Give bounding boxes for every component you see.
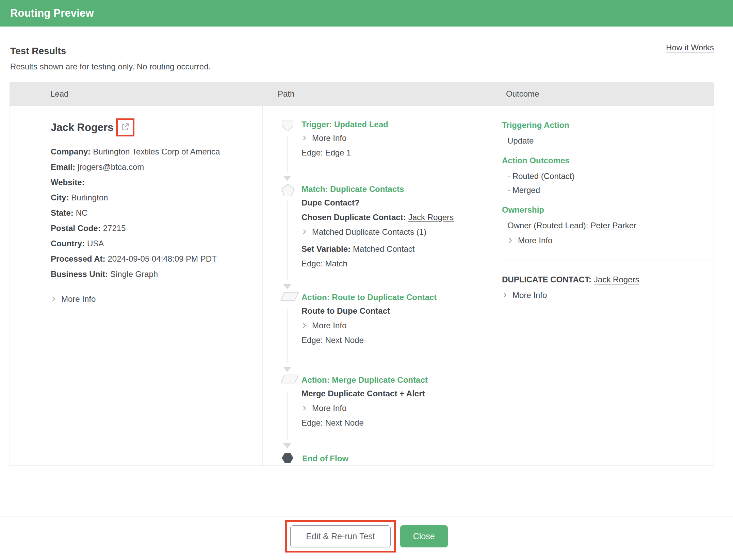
lead-field-postal-code: Postal Code:27215	[51, 224, 249, 233]
action-node-subtitle: Merge Duplicate Contact + Alert	[302, 389, 478, 398]
duplicate-contact-row: DUPLICATE CONTACT:Jack Rogers	[502, 275, 712, 284]
action-route-edge-label: Edge: Next Node	[302, 335, 478, 345]
triggering-action-section: Triggering Action Update	[502, 120, 712, 146]
set-variable-row: Set Variable:Matched Contact	[302, 244, 478, 254]
path-node-match: Match: Duplicate Contacts Dupe Contact? …	[280, 184, 478, 293]
chosen-duplicate-contact-link[interactable]: Jack Rogers	[408, 213, 454, 222]
action-node-icon	[280, 291, 299, 303]
lead-more-info-label: More Info	[61, 294, 96, 304]
chosen-duplicate-contact-row: Chosen Duplicate Contact:Jack Rogers	[302, 213, 478, 222]
footer: Edit & Re-run Test Close	[0, 516, 733, 553]
path-node-title: Match: Duplicate Contacts	[302, 184, 478, 194]
end-of-flow-label: End of Flow	[302, 454, 348, 463]
chevron-right-icon	[507, 236, 518, 245]
results-table: Lead Path Outcome Jack Rogers	[10, 82, 714, 466]
section-title: Action Outcomes	[502, 156, 712, 165]
chevron-right-icon	[51, 294, 61, 304]
section-title: Ownership	[502, 205, 712, 215]
column-header-lead: Lead	[10, 89, 262, 99]
path-node-title: Action: Route to Duplicate Contact	[302, 293, 478, 302]
trigger-node-icon	[280, 118, 295, 134]
action-route-more-info-expander[interactable]: More Info	[302, 321, 478, 330]
action-outcomes-section: Action Outcomes - Routed (Contact) - Mer…	[502, 156, 712, 195]
connector-arrow-icon	[283, 284, 291, 289]
edit-rerun-test-button[interactable]: Edit & Re-run Test	[290, 525, 390, 547]
connector-arrow-icon	[283, 176, 291, 181]
action-node-icon	[280, 374, 299, 385]
page-title: Routing Preview	[10, 7, 94, 19]
lead-column: Jack Rogers Company:Burlington	[10, 106, 262, 465]
action-node-subtitle: Route to Dupe Contact	[302, 306, 478, 316]
lead-more-info-expander[interactable]: More Info	[51, 294, 249, 304]
connector-arrow-icon	[283, 443, 291, 448]
triggering-action-value: Update	[502, 136, 712, 146]
trigger-edge-label: Edge: Edge 1	[302, 148, 478, 158]
connector-arrow-icon	[283, 367, 291, 372]
lead-field-website: Website:	[51, 178, 249, 187]
lead-field-business-unit: Business Unit:Single Graph	[51, 270, 249, 279]
action-outcome-item: - Merged	[502, 185, 712, 195]
test-results-subtitle: Results shown are for testing only. No r…	[10, 62, 714, 71]
how-it-works-link[interactable]: How it Works	[666, 43, 714, 52]
annotation-box-edit-button: Edit & Re-run Test	[285, 520, 395, 553]
lead-field-country: Country:USA	[51, 239, 249, 248]
path-node-trigger: Trigger: Updated Lead More Info Edge: Ed…	[280, 120, 478, 184]
chevron-right-icon	[302, 321, 312, 330]
lead-fields: Company:Burlington Textiles Corp of Amer…	[51, 147, 249, 279]
external-link-icon	[121, 122, 130, 132]
duplicate-contact-link[interactable]: Jack Rogers	[594, 275, 639, 284]
chevron-right-icon	[502, 291, 512, 300]
lead-field-processed-at: Processed At:2024-09-05 04:48:09 PM PDT	[51, 254, 249, 263]
matched-duplicates-expander[interactable]: Matched Duplicate Contacts (1)	[302, 227, 478, 237]
chevron-right-icon	[302, 227, 312, 237]
path-node-action-route: Action: Route to Duplicate Contact Route…	[280, 293, 478, 375]
section-title: Triggering Action	[502, 120, 712, 130]
path-node-title: Trigger: Updated Lead	[302, 120, 478, 129]
ownership-section: Ownership Owner (Routed Lead):Peter Park…	[502, 205, 712, 245]
results-table-body: Jack Rogers Company:Burlington	[10, 106, 714, 466]
modal-header: Routing Preview	[0, 0, 733, 27]
action-merge-more-info-expander[interactable]: More Info	[302, 403, 478, 413]
annotation-box-external-link	[116, 118, 134, 136]
match-edge-label: Edge: Match	[302, 259, 478, 268]
lead-name-row: Jack Rogers	[51, 118, 249, 136]
test-results-heading: Test Results	[10, 27, 714, 56]
column-header-path: Path	[262, 89, 488, 99]
open-lead-button[interactable]	[121, 122, 130, 132]
end-node-icon	[281, 452, 294, 465]
chevron-right-icon	[302, 403, 312, 413]
outcome-column: Triggering Action Update Action Outcomes…	[489, 106, 714, 465]
match-node-icon	[280, 183, 295, 199]
trigger-more-info-expander[interactable]: More Info	[302, 133, 478, 143]
path-column: Trigger: Updated Lead More Info Edge: Ed…	[262, 106, 489, 465]
ownership-more-info-expander[interactable]: More Info	[502, 236, 712, 245]
action-merge-edge-label: Edge: Next Node	[302, 418, 478, 428]
outcome-divider	[502, 260, 712, 260]
duplicate-more-info-expander[interactable]: More Info	[502, 291, 712, 300]
lead-field-company: Company:Burlington Textiles Corp of Amer…	[51, 147, 249, 156]
path-node-action-merge: Action: Merge Duplicate Contact Merge Du…	[280, 375, 478, 452]
owner-row: Owner (Routed Lead):Peter Parker	[502, 221, 712, 230]
match-node-subtitle: Dupe Contact?	[302, 198, 478, 208]
path-node-title: Action: Merge Duplicate Contact	[302, 375, 478, 385]
intro-section: How it Works Test Results Results shown …	[0, 27, 733, 71]
close-button[interactable]: Close	[400, 525, 448, 547]
path-node-end: End of Flow	[280, 452, 478, 465]
column-header-outcome: Outcome	[488, 89, 714, 99]
lead-field-email: Email:jrogers@btca.com	[51, 163, 249, 171]
lead-field-state: State:NC	[51, 209, 249, 217]
lead-name: Jack Rogers	[51, 121, 113, 134]
action-outcome-item: - Routed (Contact)	[502, 171, 712, 181]
chevron-right-icon	[302, 133, 312, 143]
lead-field-city: City:Burlington	[51, 193, 249, 202]
results-table-header: Lead Path Outcome	[10, 82, 714, 106]
owner-link[interactable]: Peter Parker	[590, 221, 636, 230]
